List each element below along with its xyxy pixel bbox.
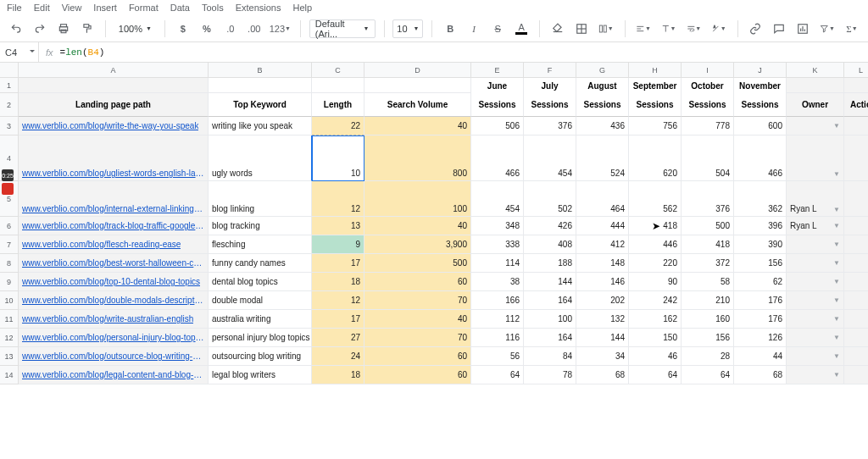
col-header[interactable]: A — [19, 63, 209, 78]
cell-sessions[interactable]: 148 — [576, 254, 629, 273]
cell-sessions[interactable]: 338 — [471, 235, 524, 254]
cell-sessions[interactable]: 126 — [734, 329, 787, 347]
chart-button[interactable] — [793, 19, 812, 39]
landing-link[interactable]: www.verblio.com/blog/legal-content-and-b… — [22, 370, 204, 379]
cell-keyword[interactable]: personal injury blog topics — [209, 329, 312, 347]
cell-length[interactable]: 27 — [312, 329, 364, 347]
cell-sessions[interactable]: 436 — [576, 117, 629, 135]
increase-decimal-button[interactable]: .00 — [245, 19, 264, 39]
col-header[interactable]: B — [209, 63, 312, 78]
cell-keyword[interactable]: flesching — [209, 235, 312, 254]
cell-owner[interactable]: ▼ — [787, 117, 844, 135]
sheet[interactable]: ABCDEFGHIJKL1JuneJulyAugustSeptemberOcto… — [0, 63, 868, 459]
cell-length[interactable]: 12 — [312, 181, 364, 217]
cell-sessions[interactable]: 160 — [682, 310, 734, 329]
halign-button[interactable]: ▼ — [633, 19, 654, 39]
header-action[interactable]: Actio — [844, 93, 868, 117]
menu-data[interactable]: Data — [170, 3, 190, 13]
cell-sessions[interactable]: 78 — [524, 366, 576, 384]
cell-sessions[interactable]: 372 — [682, 254, 734, 273]
landing-link[interactable]: www.verblio.com/blog/flesch-reading-ease — [22, 240, 181, 249]
filter-button[interactable]: ▼ — [817, 19, 837, 39]
cell-volume[interactable]: 800 — [364, 135, 471, 181]
cell-sessions[interactable]: 144 — [524, 273, 576, 291]
col-header[interactable]: D — [364, 63, 471, 78]
cell-keyword[interactable]: legal blog writers — [209, 366, 312, 384]
cell-sessions[interactable]: 28 — [682, 347, 734, 366]
col-header[interactable]: F — [524, 63, 576, 78]
cell-sessions[interactable]: 100 — [524, 310, 576, 329]
bold-button[interactable]: B — [441, 19, 459, 39]
decrease-decimal-button[interactable]: .0 — [221, 19, 240, 39]
zoom-select[interactable]: 100%▼ — [114, 19, 156, 38]
cell-volume[interactable]: 60 — [364, 347, 471, 366]
link-button[interactable] — [746, 19, 765, 39]
cell-action[interactable] — [844, 254, 868, 273]
cell-sessions[interactable]: 376 — [682, 181, 734, 217]
cell-url[interactable]: www.verblio.com/blog/write-the-way-you-s… — [19, 117, 209, 135]
menu-file[interactable]: File — [7, 3, 22, 13]
cell-keyword[interactable]: dental blog topics — [209, 273, 312, 291]
row-header[interactable]: 9 — [0, 273, 19, 291]
cell-sessions[interactable]: 58 — [682, 273, 734, 291]
cell-url[interactable]: www.verblio.com/blog/track-blog-traffic-… — [19, 217, 209, 235]
cell-volume[interactable]: 60 — [364, 366, 471, 384]
header-sessions[interactable]: Sessions — [471, 93, 524, 117]
col-header[interactable]: E — [471, 63, 524, 78]
menu-tools[interactable]: Tools — [202, 3, 224, 13]
menu-help[interactable]: Help — [292, 3, 312, 13]
cell-sessions[interactable]: 68 — [576, 366, 629, 384]
font-size-select[interactable]: 10▼ — [392, 19, 423, 38]
cell-sessions[interactable]: 202 — [576, 291, 629, 310]
cell-volume[interactable]: 60 — [364, 273, 471, 291]
menu-edit[interactable]: Edit — [34, 3, 50, 13]
cell-url[interactable]: www.verblio.com/blog/legal-content-and-b… — [19, 366, 209, 384]
dropdown-icon[interactable]: ▼ — [832, 371, 840, 379]
cell-url[interactable]: www.verblio.com/blog/write-australian-en… — [19, 310, 209, 329]
wrap-button[interactable]: ▼ — [684, 19, 704, 39]
header-sessions[interactable]: Sessions — [734, 93, 787, 117]
cell-length[interactable]: 12 — [312, 291, 364, 310]
cell-action[interactable] — [844, 217, 868, 235]
landing-link[interactable]: www.verblio.com/blog/personal-injury-blo… — [22, 333, 204, 342]
cell-sessions[interactable]: 418 — [629, 217, 682, 235]
header-keyword[interactable]: Top Keyword — [209, 93, 312, 117]
italic-button[interactable]: I — [465, 19, 483, 39]
landing-link[interactable]: www.verblio.com/blog/best-worst-hallowee… — [22, 258, 204, 268]
cell-sessions[interactable]: 166 — [471, 291, 524, 310]
cell-action[interactable] — [844, 273, 868, 291]
cell-sessions[interactable]: 150 — [629, 329, 682, 347]
menu-insert[interactable]: Insert — [93, 3, 117, 13]
cell-sessions[interactable]: 348 — [471, 217, 524, 235]
cell-action[interactable] — [844, 310, 868, 329]
cell-sessions[interactable]: 84 — [524, 347, 576, 366]
landing-link[interactable]: www.verblio.com/blog/top-10-dental-blog-… — [22, 277, 200, 286]
cell-length[interactable]: 10 — [312, 135, 364, 181]
row-header[interactable]: 12 — [0, 329, 19, 347]
col-header[interactable]: K — [787, 63, 844, 78]
corner[interactable] — [0, 63, 19, 78]
cell-sessions[interactable]: 778 — [682, 117, 734, 135]
functions-button[interactable]: Σ▼ — [843, 19, 861, 39]
landing-link[interactable]: www.verblio.com/blog/write-the-way-you-s… — [22, 121, 198, 130]
dropdown-icon[interactable]: ▼ — [832, 170, 840, 178]
dropdown-icon[interactable]: ▼ — [832, 122, 840, 130]
cell-sessions[interactable]: 116 — [471, 329, 524, 347]
cell-sessions[interactable]: 164 — [524, 329, 576, 347]
cell-volume[interactable]: 500 — [364, 254, 471, 273]
formula-input[interactable]: =len(B4) — [60, 47, 105, 58]
col-header[interactable]: L — [844, 63, 868, 78]
col-header[interactable]: J — [734, 63, 787, 78]
cell-sessions[interactable]: 34 — [576, 347, 629, 366]
cell-keyword[interactable]: australia writing — [209, 310, 312, 329]
cell-sessions[interactable]: 176 — [734, 310, 787, 329]
header-sessions[interactable]: Sessions — [682, 93, 734, 117]
cell-sessions[interactable]: 390 — [734, 235, 787, 254]
header-sessions[interactable]: Sessions — [576, 93, 629, 117]
cell-sessions[interactable]: 90 — [629, 273, 682, 291]
landing-link[interactable]: www.verblio.com/blog/outsource-blog-writ… — [22, 351, 204, 361]
cell-sessions[interactable]: 146 — [576, 273, 629, 291]
col-header[interactable]: I — [682, 63, 734, 78]
merge-button[interactable]: ▼ — [596, 19, 616, 39]
month-header[interactable]: November — [734, 78, 787, 93]
